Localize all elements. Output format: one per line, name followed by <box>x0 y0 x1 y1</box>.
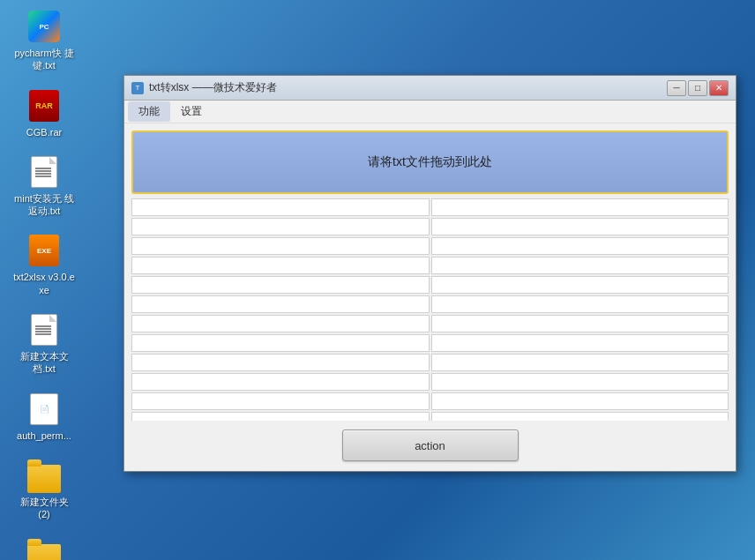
desktop-icon-cgb-rar[interactable]: RAR CGB.rar <box>13 88 75 138</box>
table-row <box>131 237 729 255</box>
desktop-icon-auth-perm[interactable]: 📄 auth_perm... <box>13 392 75 442</box>
table-row <box>131 373 729 391</box>
table-cell-right <box>431 276 729 294</box>
table-row <box>131 198 729 216</box>
table-cell-right <box>431 295 729 313</box>
table-cell-right <box>431 412 729 421</box>
table-cell-left <box>131 315 430 332</box>
app-window: T txt转xlsx ——微技术爱好者 ─ □ ✕ 功能 设置 请将txt文件拖… <box>123 75 736 472</box>
table-cell-left <box>131 276 430 294</box>
minimize-button[interactable]: ─ <box>667 80 686 96</box>
new-folder2-label: 新建文件夹 (2) <box>13 496 75 521</box>
table-cell-right <box>431 237 729 255</box>
desktop-icon-pycharm[interactable]: PC pycharm快 捷键.txt <box>13 9 75 72</box>
table-cell-right <box>431 198 729 216</box>
table-row <box>131 295 729 313</box>
exe-icon: EXE <box>29 235 59 266</box>
drop-zone-text: 请将txt文件拖动到此处 <box>368 154 492 170</box>
rar-icon: RAR <box>29 90 59 122</box>
window-title: txt转xlsx ——微技术爱好者 <box>149 80 667 95</box>
window-controls: ─ □ ✕ <box>667 80 729 96</box>
desktop-icon-new-txt[interactable]: 新建文本文 档.txt <box>13 312 75 376</box>
desktop: PC pycharm快 捷键.txt RAR CGB.rar mint安装无 线… <box>0 0 755 560</box>
table-row <box>131 392 729 410</box>
mint-label: mint安装无 线返动.txt <box>13 192 75 218</box>
table-cell-right <box>431 392 729 410</box>
new-txt-icon <box>31 314 57 346</box>
pycharm-icon: PC <box>28 11 60 42</box>
table-cell-right <box>431 218 729 235</box>
desktop-icon-new-folder2[interactable]: 新建文件夹 (2) <box>13 458 75 521</box>
cgb-rar-label: CGB.rar <box>26 126 62 138</box>
table-cell-left <box>131 218 430 235</box>
table-row <box>131 412 729 421</box>
auth-perm-label: auth_perm... <box>17 429 71 442</box>
new-txt-label: 新建文本文 档.txt <box>13 350 75 376</box>
table-cell-right <box>431 257 729 274</box>
desktop-icon-txt2xlsx[interactable]: EXE txt2xlsx v3.0.exe <box>13 233 75 296</box>
table-cell-right <box>431 315 729 332</box>
txt2xlsx-label: txt2xlsx v3.0.exe <box>13 271 75 296</box>
table-cell-left <box>131 237 430 255</box>
menu-item-function[interactable]: 功能 <box>128 101 170 122</box>
drop-zone[interactable]: 请将txt文件拖动到此处 <box>131 131 729 194</box>
folder2-icon <box>27 465 61 493</box>
table-area <box>131 198 729 421</box>
table-cell-left <box>131 334 430 352</box>
table-row <box>131 334 729 352</box>
table-cell-right <box>431 334 729 352</box>
table-row <box>131 276 729 294</box>
menu-item-settings[interactable]: 设置 <box>170 101 213 122</box>
table-row <box>131 257 729 274</box>
table-cell-left <box>131 198 430 216</box>
table-cell-right <box>431 373 729 391</box>
table-cell-left <box>131 354 430 371</box>
window-menubar: 功能 设置 <box>124 101 736 123</box>
action-area: action <box>131 425 729 464</box>
maximize-button[interactable]: □ <box>688 80 707 96</box>
table-cell-left <box>131 373 430 391</box>
desktop-icons: PC pycharm快 捷键.txt RAR CGB.rar mint安装无 线… <box>13 9 75 560</box>
table-cell-right <box>431 354 729 371</box>
auth-perm-icon: 📄 <box>30 393 58 425</box>
table-cell-left <box>131 392 430 410</box>
table-row <box>131 354 729 371</box>
table-cell-left <box>131 412 430 421</box>
table-row <box>131 218 729 235</box>
pycharm-label: pycharm快 捷键.txt <box>13 47 75 72</box>
window-content: 请将txt文件拖动到此处 <box>124 123 736 471</box>
table-cell-left <box>131 257 430 274</box>
desktop-icon-new-folder[interactable]: 新建文件夹 <box>13 537 75 560</box>
mint-txt-icon <box>31 156 57 188</box>
window-titlebar: T txt转xlsx ——微技术爱好者 ─ □ ✕ <box>124 76 736 101</box>
close-button[interactable]: ✕ <box>709 80 729 96</box>
desktop-icon-mint[interactable]: mint安装无 线返动.txt <box>13 154 75 218</box>
table-row <box>131 315 729 332</box>
folder-icon <box>27 544 61 560</box>
action-button[interactable]: action <box>342 429 519 461</box>
table-cell-left <box>131 295 430 313</box>
window-icon: T <box>131 82 144 94</box>
